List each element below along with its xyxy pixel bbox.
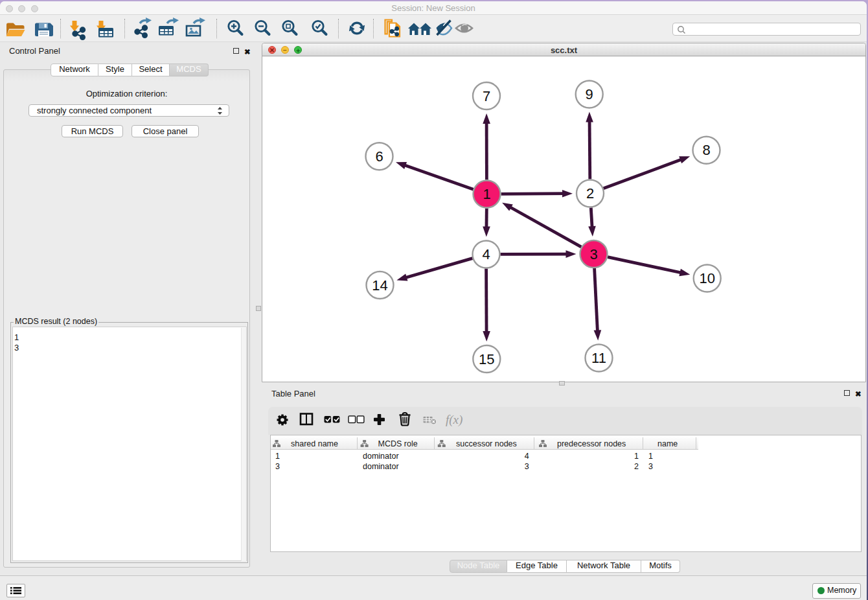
svg-text:8: 8 (702, 142, 710, 158)
svg-text:f(x): f(x) (446, 413, 463, 427)
svg-text:9: 9 (586, 86, 593, 102)
svg-text:6: 6 (375, 148, 383, 165)
svg-text:7: 7 (483, 88, 490, 104)
svg-text:15: 15 (479, 351, 494, 367)
svg-text:1: 1 (483, 186, 490, 202)
svg-text:11: 11 (591, 350, 606, 366)
svg-text:4: 4 (482, 246, 490, 262)
svg-text:3: 3 (589, 246, 597, 262)
svg-text:14: 14 (372, 277, 387, 294)
svg-text:10: 10 (699, 270, 714, 286)
svg-text:2: 2 (586, 185, 594, 202)
